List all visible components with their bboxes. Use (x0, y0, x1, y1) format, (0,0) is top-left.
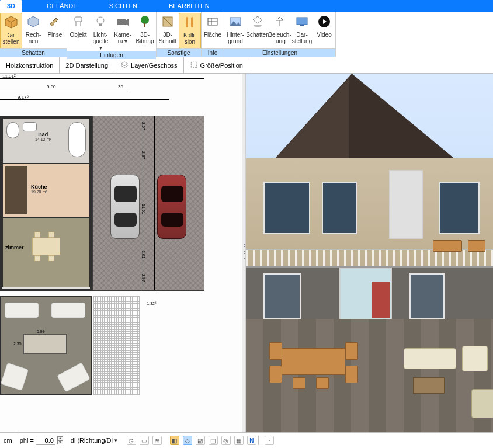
plan-chair-icon (48, 232, 54, 238)
ribbon-kollision[interactable]: Kolli- sion (179, 13, 201, 48)
ribbon-group-schatten: Dar- stellen Rech- nen Pinsel Schatten (0, 12, 67, 57)
ribbon-group-einfuegen: Objekt Licht- quelle ▾ Kame- ra ▾ (67, 12, 157, 57)
workspace: 11,01² 5,60 36 9,17⁵ 2.07 2.97 11.01 2.0… (0, 74, 493, 432)
bg-icon (228, 14, 243, 29)
phi-input[interactable] (36, 436, 55, 445)
north-icon[interactable]: N (247, 436, 256, 445)
unit-label: cm (0, 433, 16, 448)
phi-spinner[interactable]: ▲▼ (57, 436, 63, 444)
light-icon (272, 14, 287, 29)
tab-bearbeiten[interactable]: BEARBEITEN (162, 0, 217, 12)
window-3d (409, 273, 445, 319)
svg-point-10 (141, 16, 149, 24)
ribbon-hintergrund[interactable]: Hinter- grund (224, 13, 246, 48)
bulb-icon (93, 14, 108, 29)
plan-coffee-table-icon: 5.99 2.35 (23, 334, 67, 354)
tab-sichten[interactable]: SICHTEN (102, 0, 144, 12)
svg-marker-9 (126, 19, 129, 26)
balcony-chair-3d (433, 240, 462, 252)
svg-rect-8 (117, 19, 126, 25)
cube-icon[interactable]: ◫ (209, 436, 218, 445)
terrace-chair-3d (269, 366, 282, 383)
stack-icon[interactable]: ◧ (170, 436, 179, 445)
ribbon-schatten[interactable]: Schatten (246, 13, 269, 48)
house-wall-lower (246, 268, 493, 326)
plan-sink-icon (23, 122, 37, 131)
window-3d (322, 182, 357, 234)
grid-icon[interactable]: ▦ (234, 436, 244, 445)
ribbon-flaeche[interactable]: Fläche (202, 13, 224, 48)
diamond-icon[interactable]: ◇ (183, 436, 192, 445)
terrace-armchair-3d (462, 346, 488, 371)
plan-chair-icon (48, 255, 54, 261)
section-icon (160, 14, 175, 29)
ribbon-lichtquelle[interactable]: Licht- quelle ▾ (89, 13, 112, 51)
view-mode-icons: ◷ ▭ ≋ ◧ ◇ ▨ ◫ ◎ ▦ N ⋮ (121, 433, 493, 448)
plan-car-red (157, 175, 186, 239)
view-2d[interactable]: 11,01² 5,60 36 9,17⁵ 2.07 2.97 11.01 2.0… (0, 74, 242, 432)
plan-counter-icon (5, 166, 27, 214)
ribbon-darstellen[interactable]: Dar- stellen (0, 13, 22, 48)
svg-rect-11 (144, 23, 145, 27)
rings-icon[interactable]: ◎ (221, 436, 231, 445)
dimension-rulers: 11,01² 5,60 36 9,17⁵ (0, 74, 242, 106)
chevron-down-icon: ▾ (114, 437, 117, 443)
ribbon-group-info: Fläche Info (202, 12, 224, 57)
ribbon-pinsel[interactable]: Pinsel (44, 13, 67, 48)
plan-armchair-icon (1, 363, 29, 391)
subbar-groesse-position[interactable]: Größe/Position (184, 57, 249, 73)
plan-sofa-icon (51, 303, 85, 318)
ribbon-video[interactable]: Video (313, 13, 335, 48)
brush-icon (48, 14, 63, 29)
svg-marker-19 (253, 16, 262, 23)
layers-icon (120, 61, 129, 70)
plan-room-bad: Bad 14,12 m² (2, 118, 90, 164)
subbar-holzkonstruktion[interactable]: Holzkonstruktion (0, 57, 60, 73)
ribbon-3dbitmap[interactable]: 3D- Bitmap (134, 13, 156, 51)
terrace-sofa-3d (404, 348, 456, 369)
plan-chair-icon (34, 232, 40, 238)
view-3d[interactable] (246, 74, 493, 432)
bounds-icon (190, 61, 198, 70)
plan-room-zimmer: zimmer (2, 217, 90, 287)
plan-lower-room: 5.99 2.35 (0, 296, 92, 395)
dl-field[interactable]: dl (Richtung/Di ▾ (67, 433, 121, 448)
ribbon-kamera[interactable]: Kame- ra ▾ (112, 13, 134, 51)
layers-icon[interactable]: ≋ (152, 436, 162, 445)
ribbon: Dar- stellen Rech- nen Pinsel Schatten (0, 12, 493, 57)
clock-icon[interactable]: ◷ (127, 436, 136, 445)
ribbon-group-label: Schatten (0, 48, 67, 57)
ribbon-rechnen[interactable]: Rech- nen (22, 13, 44, 48)
ribbon-3dschnitt[interactable]: 3D- Schnitt (157, 13, 179, 48)
subbar-layer-geschoss[interactable]: Layer/Geschoss (114, 57, 183, 73)
ribbon-beleuchtung[interactable]: Beleuch- tung (269, 13, 291, 48)
ribbon-objekt[interactable]: Objekt (67, 13, 89, 51)
ribbon-darstellung[interactable]: Dar- stellung (291, 13, 313, 48)
svg-rect-3 (75, 17, 82, 22)
window-3d (263, 273, 301, 319)
screen-icon[interactable]: ▭ (140, 436, 149, 445)
view-splitter[interactable] (242, 74, 246, 432)
phi-field: phi = ▲▼ (16, 433, 67, 448)
plan-car-silver (110, 175, 140, 239)
subbar-2d-darstellung[interactable]: 2D Darstellung (60, 57, 114, 73)
plan-chair-icon (34, 255, 40, 261)
plan-floor: Bad 14,12 m² Küche 19,20 m² zimmer (0, 116, 92, 291)
terrace-chair-3d (316, 377, 329, 389)
ribbon-group-sonstige: 3D- Schnitt Kolli- sion Sonstige (157, 12, 202, 57)
more-icon[interactable]: ⋮ (265, 436, 274, 445)
main-tabs: 3D GELÄNDE SICHTEN BEARBEITEN (0, 0, 493, 12)
tab-3d[interactable]: 3D (0, 0, 22, 12)
plan-sofa-icon (5, 303, 39, 318)
terrace-lounger-3d (471, 389, 493, 418)
balcony-chair-3d (468, 240, 485, 252)
terrace-coffee-table-3d (413, 377, 445, 394)
svg-point-6 (97, 17, 104, 24)
svg-rect-28 (191, 62, 196, 67)
hatch-icon[interactable]: ▨ (196, 436, 205, 445)
shade-icon (250, 14, 265, 29)
calc-icon (26, 14, 41, 29)
terrace-chair-3d (269, 342, 282, 360)
tab-gelaende[interactable]: GELÄNDE (40, 0, 85, 12)
svg-point-20 (254, 25, 262, 27)
